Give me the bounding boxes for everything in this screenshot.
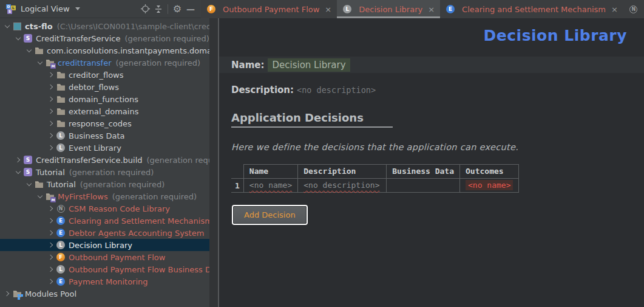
gear-icon[interactable]: ⚙	[171, 2, 184, 16]
top-bar: DLS Logical View ⚙ — FOutbound Payment F…	[0, 0, 644, 18]
chevron-right-icon[interactable]	[46, 267, 56, 271]
name-label: Name:	[231, 60, 264, 71]
tree-item-label: Tutorial	[47, 180, 76, 189]
chevron-down-icon[interactable]	[13, 37, 23, 40]
missing-value[interactable]: <no name>	[249, 181, 292, 190]
add-decision-button[interactable]: Add Decision	[233, 206, 307, 224]
folder-icon	[56, 94, 66, 104]
description-value-field[interactable]: <no description>	[297, 85, 376, 95]
tree-item-event-library[interactable]: LEvent Library	[0, 142, 209, 154]
tree-item-suffix: (C:\Users\ICON0011\sample-client\credit-…	[57, 22, 209, 31]
chevron-right-icon[interactable]	[13, 158, 23, 162]
tree-item-label: Payment Monitoring	[69, 277, 148, 286]
tree-scroll-gutter	[209, 18, 218, 307]
tree-item-label: Event Library	[69, 143, 121, 153]
chevron-down-icon[interactable]	[24, 49, 34, 52]
tree-item-label: com.iconsolutions.instantpayments.domain	[47, 46, 209, 55]
main-area: cts-flo(C:\Users\ICON0011\sample-client\…	[0, 18, 644, 307]
close-icon[interactable]: ×	[325, 5, 331, 14]
cell-outcomes[interactable]: <no name>	[460, 179, 519, 193]
tree-item-label: cts-flo	[25, 22, 53, 31]
service-icon: S	[23, 155, 33, 165]
tree-item-myfirstflows[interactable]: MMyFirstFlows(generation required)	[0, 190, 209, 202]
tree-item-tutorial[interactable]: Tutorial(generation required)	[0, 178, 209, 190]
chevron-down-icon[interactable]	[75, 7, 80, 10]
description-row: Description:<no description>	[231, 84, 644, 95]
tree-item-com-iconsolutions-instantpayments-domain[interactable]: com.iconsolutions.instantpayments.domain…	[0, 44, 209, 57]
tree-item-cts-flo[interactable]: cts-flo(C:\Users\ICON0011\sample-client\…	[0, 20, 209, 32]
tab-outbound-payment-flow[interactable]: FOutbound Payment Flow×	[201, 0, 337, 18]
tab-label: Outbound Payment Flow	[223, 5, 319, 14]
tree-item-domain-functions[interactable]: domain_functions	[0, 93, 209, 105]
tree-item-suffix: (generation required)	[116, 58, 200, 67]
folder-icon	[56, 82, 66, 92]
chevron-right-icon[interactable]	[46, 280, 56, 283]
tree-item-external-domains[interactable]: external_domains	[0, 105, 209, 117]
chevron-down-icon[interactable]	[24, 183, 34, 185]
chevron-down-icon[interactable]	[13, 171, 23, 173]
folder-icon	[56, 106, 66, 116]
chevron-right-icon[interactable]	[46, 122, 56, 125]
close-icon[interactable]: ×	[611, 5, 618, 14]
close-icon[interactable]: ×	[428, 5, 435, 14]
tree-item-suffix: (generation required)	[80, 180, 164, 189]
chevron-right-icon[interactable]	[46, 243, 56, 247]
section-intro: Here we define the decisions that the ap…	[231, 142, 644, 152]
tree-item-payment-monitoring[interactable]: EPayment Monitoring	[0, 275, 209, 288]
column-header-business-data: Business Data	[387, 165, 460, 179]
tree-item-clearing-and-settlement-mechanism[interactable]: EClearing and Settlement Mechanism	[0, 215, 209, 227]
tree-item-csm-reason-code-library[interactable]: NCSM Reason Code Library	[0, 202, 209, 215]
chevron-right-icon[interactable]	[46, 219, 56, 222]
description-label: Description:	[231, 85, 294, 95]
minimize-icon[interactable]: —	[184, 2, 197, 16]
view-selector-label[interactable]: Logical View	[21, 4, 70, 13]
tree-item-response-codes[interactable]: response_codes	[0, 117, 209, 129]
tree-item-credittransfer[interactable]: Mcredittransfer(generation required)	[0, 57, 209, 69]
chevron-right-icon[interactable]	[46, 85, 56, 89]
chevron-right-icon[interactable]	[46, 73, 56, 77]
chevron-right-icon[interactable]	[46, 231, 56, 235]
tree-item-credittransferservice-build[interactable]: SCreditTransferService.build(generation …	[0, 154, 209, 166]
column-header-description: Description	[298, 165, 387, 179]
library-icon: L	[56, 131, 66, 140]
chevron-down-icon[interactable]	[2, 25, 12, 27]
chevron-right-icon[interactable]	[46, 97, 56, 101]
tree-item-outbound-payment-flow-business-data-library[interactable]: LOutbound Payment Flow Business Data Lib…	[0, 263, 209, 275]
tree-item-creditor-flows[interactable]: creditor_flows	[0, 69, 209, 81]
tree-item-debtor-flows[interactable]: debtor_flows	[0, 81, 209, 93]
tab-clearing-and-settlement-mechanism[interactable]: EClearing and Settlement Mechanism×	[440, 0, 623, 18]
tree-item-business-data[interactable]: LBusiness Data	[0, 129, 209, 142]
toolbar-separator	[168, 4, 168, 14]
name-row: Name:Decision Library	[219, 57, 644, 73]
cell-description[interactable]: <no description>	[298, 179, 387, 193]
tree-item-outbound-payment-flow[interactable]: FOutbound Payment Flow	[0, 251, 209, 263]
locate-icon[interactable]	[138, 2, 152, 16]
cell-name[interactable]: <no name>	[243, 179, 297, 193]
tab-decision-library[interactable]: LDecision Library×	[337, 0, 440, 18]
tree-item-modules-pool[interactable]: Modules Pool	[0, 288, 209, 300]
tree-item-decision-library[interactable]: LDecision Library	[0, 239, 209, 251]
chevron-right-icon[interactable]	[46, 109, 56, 113]
column-header-name: Name	[243, 165, 297, 179]
collapse-all-icon[interactable]	[152, 2, 165, 16]
tree-item-label: external_domains	[69, 107, 138, 116]
chevron-right-icon[interactable]	[46, 255, 56, 259]
tree-item-debtor-agents-accounting-system[interactable]: EDebtor Agents Accounting System	[0, 227, 209, 239]
row-number-header	[231, 165, 243, 179]
tree-item-tutorial[interactable]: STutorial(generation required)	[0, 166, 209, 178]
tab-csm-reason-code-library[interactable]: NCSM Reason Code Library×	[623, 0, 644, 18]
chevron-down-icon[interactable]	[35, 195, 45, 198]
chevron-right-icon[interactable]	[2, 292, 12, 295]
logical-view-icon: DLS	[6, 4, 16, 14]
name-value-field[interactable]: Decision Library	[268, 58, 350, 72]
chevron-down-icon[interactable]	[35, 61, 45, 64]
folder-icon	[34, 179, 44, 189]
error-value[interactable]: <no name>	[466, 180, 513, 190]
chevron-right-icon[interactable]	[46, 207, 56, 210]
missing-value[interactable]: <no description>	[303, 181, 379, 190]
chevron-right-icon[interactable]	[46, 146, 56, 150]
tree-item-credittransferservice[interactable]: SCreditTransferService(generation requir…	[0, 32, 209, 44]
chevron-right-icon[interactable]	[46, 134, 56, 137]
table-row: 1<no name><no description> <no name>	[231, 179, 519, 193]
cell-business-data[interactable]	[387, 179, 460, 193]
